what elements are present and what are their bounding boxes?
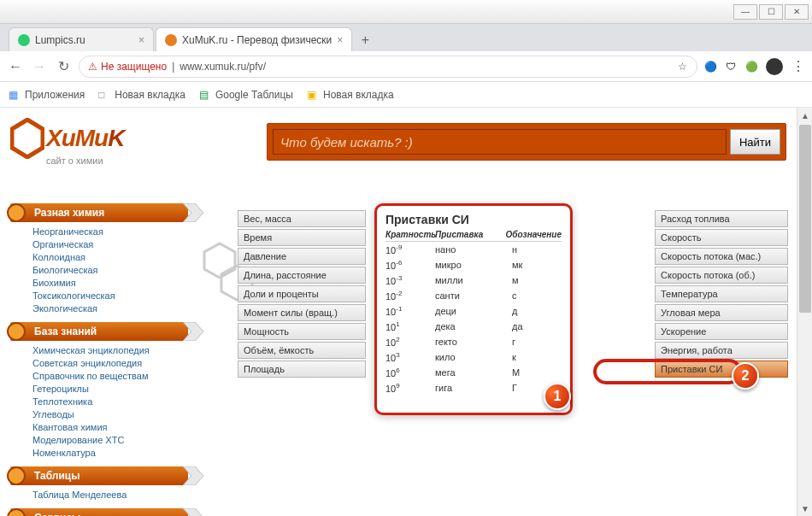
chevron-icon [183,322,203,341]
sidebar-link[interactable]: Экологическая [32,302,188,315]
svg-marker-10 [183,508,203,516]
si-cell-sym: с [512,290,562,301]
si-table-row: 103килок [385,349,562,365]
converter-option-button[interactable]: Скорость [655,229,788,246]
si-table-row: 10-2сантис [385,288,562,303]
bookmark-label: Новая вкладка [323,89,394,101]
si-header-cell: Приставка [435,230,505,239]
sidebar-category-header[interactable]: Сервисы [10,508,188,516]
sidebar-link[interactable]: Токсикологическая [32,290,188,302]
si-cell-sym: г [512,337,562,347]
insecure-label: Не защищено [101,61,167,73]
search-input[interactable] [273,129,727,155]
converter-option-button[interactable]: Ускорение [655,323,788,340]
vertical-scrollbar[interactable]: ▲ ▼ [797,108,812,516]
search-button[interactable]: Найти [730,129,780,155]
extension-icon[interactable]: 🔵 [704,61,716,73]
sidebar-link[interactable]: Биологическая [32,264,188,277]
converter-option-button[interactable]: Доли и проценты [238,285,366,302]
converter-option-button[interactable]: Момент силы (вращ.) [238,304,366,321]
new-tab-button[interactable]: + [354,29,376,51]
sidebar-link[interactable]: Биохимия [32,277,188,290]
converter-option-button[interactable]: Длина, расстояние [238,267,366,284]
scroll-thumb[interactable] [799,125,811,313]
sidebar-link[interactable]: Квантовая химия [32,421,188,434]
chevron-icon [183,508,203,516]
tab-close-icon[interactable]: × [337,34,343,46]
chevron-icon [183,203,203,222]
converter-option-button[interactable]: Скорость потока (мас.) [655,248,788,265]
sidebar-category-header[interactable]: Разная химия [10,203,188,222]
site-logo[interactable]: XuMuK сайт о химии [10,118,124,166]
converter-option-button[interactable]: Вес, масса [238,210,366,227]
bookmark-newtab[interactable]: □ Новая вкладка [98,89,185,101]
converter-option-button[interactable]: Объём, ёмкость [238,342,366,359]
url-text: www.xumuk.ru/pfv/ [179,61,266,73]
bookmark-star-icon[interactable]: ☆ [676,61,688,73]
si-table-row: 10-9нанон [385,242,562,257]
window-close-button[interactable]: ✕ [785,4,809,20]
window-minimize-button[interactable]: — [733,4,757,20]
browser-tab-lumpics[interactable]: Lumpics.ru × [9,27,154,51]
converter-option-button[interactable]: Мощность [238,323,366,340]
converter-option-button[interactable]: Площадь [238,361,366,378]
si-cell-sym: н [512,244,562,255]
browser-tab-xumuk[interactable]: XuMuK.ru - Перевод физически × [156,27,352,51]
bookmark-apps[interactable]: ▦ Приложения [9,89,85,101]
tab-close-icon[interactable]: × [138,34,144,46]
si-table-row: 10-3миллим [385,273,562,288]
si-table-row: 10-1децид [385,303,562,319]
forward-button[interactable]: → [31,59,48,74]
sidebar-link[interactable]: Химическая энциклопедия [32,344,188,357]
sidebar-category-header[interactable]: Таблицы [10,466,188,485]
converter-option-button[interactable]: Угловая мера [655,304,788,321]
converter-option-button[interactable]: Расход топлива [655,210,788,227]
scroll-down-icon[interactable]: ▼ [797,501,812,516]
page-icon: □ [98,89,110,101]
logo-hex-icon [10,118,44,159]
converter-option-button[interactable]: Энергия, работа [655,342,788,359]
converter-option-button[interactable]: Температура [655,285,788,302]
sidebar-link[interactable]: Таблица Менделеева [32,489,188,501]
converter-option-button[interactable]: Скорость потока (об.) [655,267,788,284]
si-cell-mult: 10-2 [385,290,435,302]
si-cell-sym: д [512,306,562,316]
reload-button[interactable]: ↻ [55,58,72,74]
sidebar-link[interactable]: Неорганическая [32,226,188,238]
sidebar-link[interactable]: Коллоидная [32,251,188,264]
tab-title: Lumpics.ru [35,34,85,46]
si-cell-name: дека [435,321,512,331]
address-bar[interactable]: ⚠ Не защищено | www.xumuk.ru/pfv/ ☆ [79,56,697,78]
extension-icon[interactable]: 🛡 [725,61,737,73]
svg-marker-4 [183,203,203,222]
svg-point-5 [8,323,25,340]
si-header-cell: Кратность [385,230,435,239]
window-maximize-button[interactable]: ☐ [759,4,783,20]
si-cell-name: деци [435,306,512,316]
browser-menu-icon[interactable]: ⋮ [791,58,805,74]
converter-option-button[interactable]: Время [238,229,366,246]
si-cell-mult: 10-3 [385,274,435,286]
sidebar-link[interactable]: Номенклатура [32,447,188,460]
sidebar-category-header[interactable]: База знаний [10,322,188,341]
tab-title: XuMuK.ru - Перевод физически [182,34,332,46]
back-button[interactable]: ← [7,59,24,74]
si-table-row: 109гигаГ [385,380,562,396]
scroll-up-icon[interactable]: ▲ [797,108,812,123]
sidebar-link[interactable]: Моделирование ХТС [32,434,188,447]
sidebar-link[interactable]: Гетероциклы [32,383,188,396]
profile-avatar[interactable] [766,58,783,75]
gear-icon [3,200,29,226]
svg-marker-0 [12,120,43,157]
converter-option-button[interactable]: Давление [238,248,366,265]
extension-icon[interactable]: 🟢 [745,61,757,73]
sidebar-link[interactable]: Справочник по веществам [32,370,188,383]
sidebar-link[interactable]: Органическая [32,238,188,251]
sidebar-link[interactable]: Советская энциклопедия [32,357,188,370]
si-cell-mult: 103 [385,351,435,363]
bookmark-sheets[interactable]: ▤ Google Таблицы [199,89,293,101]
bookmark-newtab2[interactable]: ▣ Новая вкладка [307,89,394,101]
sidebar-link[interactable]: Углеводы [32,408,188,421]
sidebar-link[interactable]: Теплотехника [32,396,188,408]
si-cell-mult: 106 [385,366,435,378]
